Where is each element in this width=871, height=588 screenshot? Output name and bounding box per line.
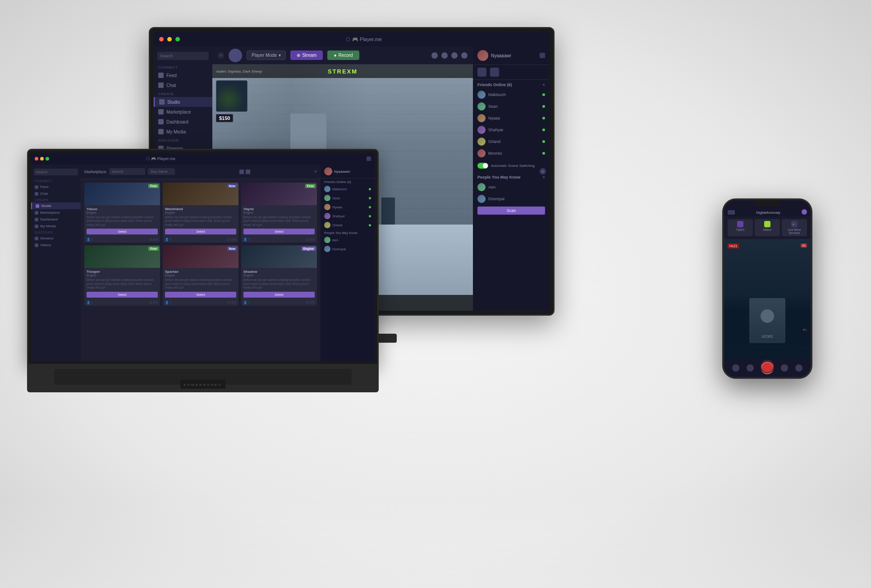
scan-button[interactable]: Scan — [477, 207, 545, 215]
game-views-5: 29,500 — [306, 301, 315, 304]
sidebar-item-mymedia[interactable]: My Media — [154, 127, 212, 137]
lr-name-1: Maktouch — [332, 187, 347, 191]
lr-suggested-2: Doompai — [321, 244, 375, 253]
titlebar-max-btn[interactable] — [175, 37, 180, 41]
ls-videos[interactable]: Videos — [31, 242, 81, 248]
ls-chat[interactable]: Chat — [31, 190, 81, 197]
auto-scene-toggle[interactable] — [477, 163, 488, 169]
ls-create-label: CREATE — [31, 197, 81, 202]
mic-icon[interactable] — [461, 52, 468, 59]
game-select-btn-5[interactable]: Select — [243, 292, 315, 298]
marketplace-filter[interactable]: Any Game — [148, 168, 175, 175]
phone-mic-icon[interactable] — [747, 364, 754, 372]
titlebar-close-btn[interactable] — [159, 37, 164, 41]
laptop-search[interactable]: Search — [34, 169, 78, 175]
ls-studio[interactable]: Studio — [31, 202, 81, 209]
ls-feed-label: Feed — [40, 185, 48, 189]
settings-icon[interactable] — [441, 52, 448, 59]
sidebar-item-studio[interactable]: Studio — [154, 97, 212, 107]
game-views-0: 29,500 — [149, 238, 158, 241]
game-thumb-3: Free — [84, 245, 160, 268]
sound-icon[interactable] — [451, 52, 458, 59]
sidebar-item-marketplace[interactable]: Marketplace — [154, 107, 212, 117]
phone-screen: DigitalAnomaly Twitch Hitbox + — [724, 200, 811, 377]
lr-friends-title: Friends Online (4) — [321, 179, 375, 184]
phone-game-tag: H1Z1 — [728, 243, 739, 248]
game-select-btn-0[interactable]: Select — [87, 229, 158, 234]
phone-notification-icon[interactable] — [802, 209, 807, 215]
user-icon[interactable] — [431, 52, 438, 59]
service-twitch[interactable]: Twitch — [728, 219, 753, 236]
ls-mymedia-label: My Media — [40, 224, 56, 228]
lt-close-btn[interactable] — [35, 157, 38, 161]
game-views-1: 29,500 — [227, 238, 236, 241]
chevron-down-icon: ▾ — [279, 53, 281, 58]
back-btn[interactable]: ← — [218, 52, 224, 59]
game-views-4: 29,500 — [227, 301, 236, 304]
monitor-search-input[interactable]: Search — [157, 52, 209, 60]
game-meta-4: 👤 6 29,500 — [163, 299, 238, 306]
marketplace-search[interactable]: Search — [109, 168, 145, 175]
lr-sug-avatar-1 — [324, 237, 330, 243]
phone-flash-icon[interactable] — [732, 364, 739, 372]
online-dot-5 — [542, 140, 545, 143]
ls-dashboard[interactable]: Dashboard — [31, 216, 81, 223]
monitor-titlebar: ⬡ 🎮 Player.me — [154, 32, 550, 46]
service-hitbox[interactable]: Hitbox — [755, 219, 780, 236]
ls-media-icon — [35, 225, 38, 228]
sidebar-item-feed[interactable]: Feed + — [154, 70, 212, 80]
game-select-btn-3[interactable]: Select — [87, 292, 158, 298]
game-select-btn-4[interactable]: Select — [165, 292, 236, 298]
service-link-more[interactable]: + Link More Services — [782, 219, 807, 236]
phone-home-button[interactable] — [761, 360, 774, 373]
record-button[interactable]: ● Record — [327, 51, 359, 60]
mp-view-controls — [239, 170, 250, 174]
marketplace-content: Free Yasuo Engine Before we can get star… — [81, 179, 321, 361]
ls-marketplace[interactable]: Marketplace — [31, 209, 81, 216]
lr-avatar-3 — [324, 204, 330, 210]
game-info-2: Vayne Engine Before we can get started c… — [241, 205, 317, 236]
phone-notch — [754, 200, 781, 207]
game-card-2: Free Vayne Engine Before we can get star… — [241, 183, 317, 243]
laptop-sidebar: Search CONNECT Feed Chat CREATE — [31, 165, 81, 361]
player-mode-button[interactable]: Player Mode ▾ — [247, 51, 286, 60]
lt-max-btn[interactable] — [46, 157, 49, 161]
marketplace-close-btn[interactable]: × — [314, 169, 317, 174]
stream-icon: ⊕ — [297, 53, 300, 58]
friend-avatar-5 — [477, 138, 486, 146]
game-info-0: Yasuo Engine Before we can get started c… — [84, 205, 160, 236]
phone-bezel: DigitalAnomaly Twitch Hitbox + — [722, 198, 812, 379]
game-desc-1: Before we can get started creating beaut… — [165, 216, 236, 227]
phone-camera-icon[interactable] — [781, 364, 788, 372]
lt-min-btn[interactable] — [40, 157, 44, 161]
link-more-icon: + — [791, 221, 798, 227]
stream-button[interactable]: ⊕ Stream — [290, 51, 323, 60]
record-label: Record — [338, 53, 353, 58]
phone-more-icon[interactable] — [795, 364, 802, 372]
monitor-topbar: ← Player Mode ▾ ⊕ Stream ● — [212, 46, 473, 64]
friend-name-6: Bennex — [488, 151, 502, 156]
online-dot-6 — [542, 152, 545, 155]
ls-streams[interactable]: Streams — [31, 235, 81, 242]
ls-mymedia[interactable]: My Media — [31, 223, 81, 230]
chevron-people-icon: ▾ — [543, 175, 545, 179]
settings-icon-small[interactable] — [540, 53, 545, 58]
phone-menu-icon[interactable] — [728, 210, 735, 215]
game-select-btn-1[interactable]: Select — [165, 229, 236, 234]
list-view-icon[interactable] — [246, 170, 250, 174]
lt-settings-icon[interactable] — [367, 156, 371, 161]
notification-icon[interactable] — [490, 68, 499, 77]
add-btn[interactable]: + — [540, 168, 546, 175]
sidebar-item-dashboard[interactable]: Dashboard — [154, 117, 212, 127]
game-thumb-5: Engine — [241, 245, 317, 268]
titlebar-min-btn[interactable] — [167, 37, 172, 41]
grid-view-icon[interactable] — [239, 170, 244, 174]
sidebar-item-chat[interactable]: Chat — [154, 80, 212, 90]
ls-feed[interactable]: Feed — [31, 184, 81, 190]
profile-icon[interactable] — [477, 68, 486, 77]
game-card-3: Free Trooper Engine Before we can get st… — [84, 245, 160, 305]
game-select-btn-2[interactable]: Select — [243, 229, 315, 234]
game-minimap — [216, 80, 248, 112]
marketplace-icon — [158, 109, 164, 115]
game-card-1: New Wasteland Engine Before we can get s… — [163, 183, 238, 243]
